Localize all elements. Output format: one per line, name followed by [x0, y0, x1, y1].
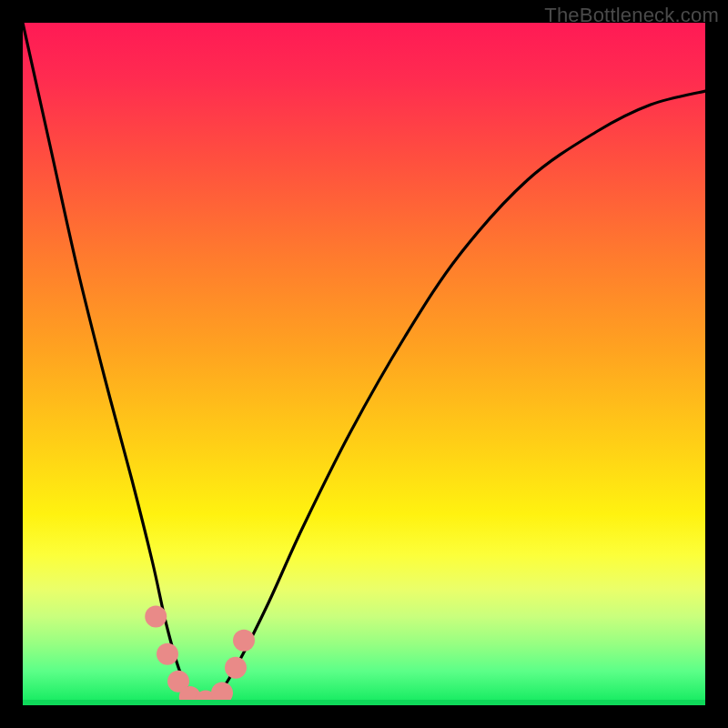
curve-layer	[23, 23, 705, 705]
bottom-green-strip	[23, 700, 705, 705]
marker-right-upper	[233, 630, 255, 652]
marker-right-low	[225, 657, 247, 679]
plot-area	[23, 23, 705, 705]
marker-group	[145, 606, 255, 706]
chart-frame: TheBottleneck.com	[0, 0, 728, 728]
bottleneck-curve	[23, 23, 705, 705]
marker-left-mid	[157, 643, 178, 665]
marker-left-upper	[145, 606, 167, 628]
watermark-text: TheBottleneck.com	[544, 4, 719, 27]
